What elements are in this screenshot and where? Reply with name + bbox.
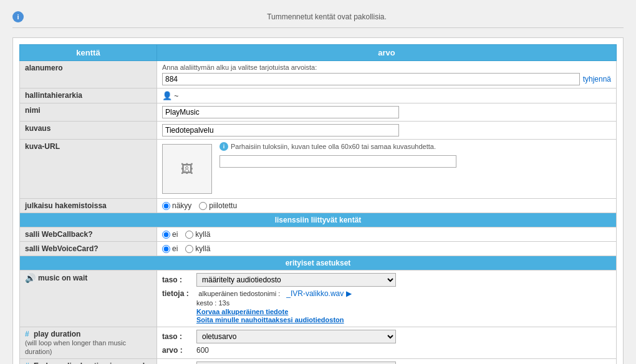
top-notice: Tummennetut kentät ovat pakollisia.: [30, 12, 624, 21]
image-preview: 🖼: [162, 144, 212, 194]
salli2-kylla: kyllä: [185, 244, 210, 253]
table-row: 🔊 music on wait taso : määritelty audiot…: [20, 271, 617, 327]
salli1-ei-radio[interactable]: [162, 231, 170, 239]
salli2-ei: ei: [162, 244, 178, 253]
kesto-row: kesto : 13s: [162, 299, 611, 307]
earlymedia-taso-select[interactable]: oletusarvo määritelty: [196, 362, 396, 364]
salli2-value-cell: ei kyllä: [157, 242, 617, 256]
salli2-radio-group: ei kyllä: [162, 244, 611, 253]
alanumero-row: tyhjennä: [162, 73, 611, 85]
playduration-label: # play duration (will loop when longer t…: [20, 327, 157, 359]
nimi-value-cell: [157, 103, 617, 122]
page-wrapper: i Tummennetut kentät ovat pakollisia. ke…: [0, 0, 636, 364]
table-row: salli WebCallback? ei kyllä: [20, 228, 617, 242]
table-row: hallintahierarkia 👤 ~: [20, 89, 617, 103]
musiconwait-taso-label: taso :: [162, 275, 196, 284]
info-icon: i: [12, 11, 24, 22]
musiconwait-value-cell: taso : määritelty audiotiedosto oletusar…: [157, 271, 617, 327]
erityiset-header-cell: erityiset asetukset: [20, 256, 617, 271]
table-row: salli WebVoiceCard? ei kyllä: [20, 242, 617, 256]
col2-header: arvo: [157, 45, 617, 61]
salli1-value-cell: ei kyllä: [157, 228, 617, 242]
playduration-value-cell: taso : oletusarvo määritelty arvo : 600: [157, 327, 617, 359]
top-bar: i Tummennetut kentät ovat pakollisia.: [12, 6, 624, 28]
form-container: kenttä arvo alanumero Anna alaliittymän …: [12, 37, 624, 364]
hash-icon-2: #: [25, 362, 29, 364]
salli2-label: salli WebVoiceCard?: [20, 242, 157, 256]
julkaisu-nakyy: näkyy: [162, 201, 191, 210]
table-row: julkaisu hakemistoissa näkyy piilotettu: [20, 199, 617, 213]
tyhjenna-link[interactable]: tyhjennä: [583, 75, 611, 84]
alkuperainen-label: alkuperäinen tiedostonimi :: [198, 290, 280, 297]
julkaisu-value-cell: näkyy piilotettu: [157, 199, 617, 213]
korvaa-link[interactable]: Korvaa alkuperäinen tiedote: [162, 308, 611, 315]
salli1-radio-group: ei kyllä: [162, 230, 611, 239]
main-table: kenttä arvo alanumero Anna alaliittymän …: [19, 44, 617, 364]
table-row: # Early media duration in seconds (defau…: [20, 359, 617, 365]
hash-icon: #: [25, 330, 29, 338]
julkaisu-piilotettu-radio[interactable]: [199, 202, 207, 210]
table-row: alanumero Anna alaliittymän alku ja vali…: [20, 61, 617, 89]
playduration-taso-label: taso :: [162, 332, 196, 341]
play-icon[interactable]: ▶: [346, 289, 352, 298]
musiconwait-label: 🔊 music on wait: [20, 271, 157, 327]
alanumero-input[interactable]: [162, 73, 580, 85]
filename-link[interactable]: _IVR-valikko.wav: [286, 289, 344, 298]
lisenssii-header-cell: lisenssiin liittyvät kentät: [20, 213, 617, 228]
kuvaurl-right: i Parhaisiin tuloksiin, kuvan tulee olla…: [219, 142, 611, 168]
kuvaurl-value-cell: 🖼 i Parhaisiin tuloksiin, kuvan tulee ol…: [157, 140, 617, 199]
hallintahierarkia-label: hallintahierarkia: [20, 89, 157, 103]
playduration-arvo-label: arvo :: [162, 346, 196, 355]
kuvaus-label: kuvaus: [20, 122, 157, 140]
musiconwait-label-inner: 🔊 music on wait: [25, 273, 152, 283]
soita-link[interactable]: Soita minulle nauhoittaaksesi audiotiedo…: [162, 316, 611, 323]
playduration-taso-row: taso : oletusarvo määritelty: [162, 330, 611, 343]
hallintahierarkia-value-cell: 👤 ~: [157, 89, 617, 103]
tietoja-label: tietoja :: [162, 289, 196, 298]
kuvaus-input[interactable]: [162, 124, 399, 136]
speaker-icon: 🔊: [25, 273, 36, 283]
alanumero-label: alanumero: [20, 61, 157, 89]
salli2-ei-radio[interactable]: [162, 245, 170, 253]
salli1-ei: ei: [162, 230, 178, 239]
earlymedia-label: # Early media duration in seconds (defau…: [20, 359, 157, 365]
lisenssii-section-header: lisenssiin liittyvät kentät: [20, 213, 617, 228]
playduration-taso-select[interactable]: oletusarvo määritelty: [196, 330, 396, 343]
kuvaurl-input[interactable]: [219, 155, 456, 168]
julkaisu-nakyy-radio[interactable]: [162, 202, 170, 210]
earlymedia-taso-row: taso : oletusarvo määritelty: [162, 362, 611, 364]
julkaisu-label: julkaisu hakemistoissa: [20, 199, 157, 213]
julkaisu-piilotettu: piilotettu: [199, 201, 237, 210]
nimi-label: nimi: [20, 103, 157, 122]
earlymedia-value-cell: taso : oletusarvo määritelty arvo : 0: [157, 359, 617, 365]
image-placeholder-icon: 🖼: [181, 162, 193, 176]
alanumero-value-cell: Anna alaliittymän alku ja valitse tarjot…: [157, 61, 617, 89]
salli2-kylla-radio[interactable]: [185, 245, 193, 253]
nimi-input[interactable]: [162, 106, 399, 118]
alanumero-hint: Anna alaliittymän alku ja valitse tarjot…: [162, 64, 611, 71]
kuvaus-value-cell: [157, 122, 617, 140]
salli1-kylla-radio[interactable]: [185, 231, 193, 239]
salli1-kylla: kyllä: [185, 230, 210, 239]
hint-icon: i: [219, 142, 228, 151]
erityiset-section-header: erityiset asetukset: [20, 256, 617, 271]
table-row: kuva-URL 🖼 i Parhaisiin tuloksiin, kuvan…: [20, 140, 617, 199]
table-row: # play duration (will loop when longer t…: [20, 327, 617, 359]
col1-header: kenttä: [20, 45, 157, 61]
playduration-sublabel: (will loop when longer than music durati…: [25, 339, 126, 355]
musiconwait-taso-select[interactable]: määritelty audiotiedosto oletusarvo: [196, 273, 396, 287]
table-row: kuvaus: [20, 122, 617, 140]
musiconwait-taso-row: taso : määritelty audiotiedosto oletusar…: [162, 273, 611, 287]
salli1-label: salli WebCallback?: [20, 228, 157, 242]
kuvaurl-hint: i Parhaisiin tuloksiin, kuvan tulee olla…: [219, 142, 611, 151]
user-icon: 👤: [162, 91, 172, 100]
julkaisu-radio-group: näkyy piilotettu: [162, 201, 611, 210]
kuvaurl-label: kuva-URL: [20, 140, 157, 199]
playduration-arvo-row: arvo : 600: [162, 346, 611, 355]
table-header-row: kenttä arvo: [20, 45, 617, 61]
table-row: nimi: [20, 103, 617, 122]
musiconwait-tietoja: tietoja : alkuperäinen tiedostonimi : _I…: [162, 289, 611, 298]
